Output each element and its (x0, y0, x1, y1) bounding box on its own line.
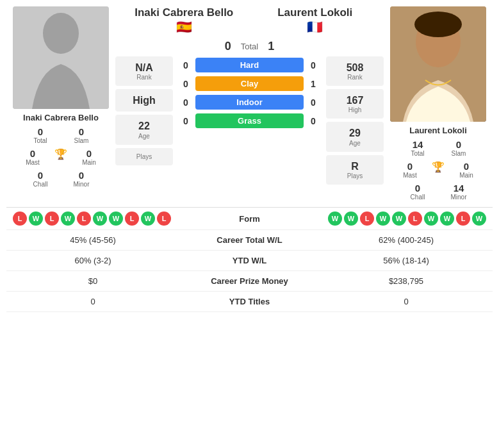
trophy-icon-right: 🏆 (432, 161, 445, 179)
grass-badge: Grass (195, 113, 304, 128)
player1-main-lbl: Main (82, 159, 96, 166)
player1-trophy-stats: 0 Mast 🏆 0 Main (6, 148, 115, 166)
player2-trophy-stats: 0 Mast 🏆 0 Main (384, 161, 493, 179)
name-headers: Inaki Cabrera Bello 🇪🇸 Laurent Lokoli 🇫🇷 (115, 6, 384, 35)
grass-score-left: 0 (179, 116, 192, 126)
clay-score-left: 0 (179, 79, 192, 89)
indoor-score-left: 0 (179, 97, 192, 108)
player2-header: Laurent Lokoli 🇫🇷 (250, 6, 381, 35)
form-badge-p1: L (77, 212, 91, 226)
player2-stats: 14 Total 0 Slam (384, 139, 493, 157)
trophy-icon-left: 🏆 (54, 148, 67, 166)
stat-center-label: YTD Titles (173, 297, 326, 306)
player1-age-lbl: Age (117, 133, 172, 140)
player1-high-val: High (117, 94, 172, 106)
form-badge-p2: W (376, 212, 390, 226)
hard-score-left: 0 (179, 60, 192, 71)
player1-main-val: 0 (86, 148, 92, 159)
player1-flag: 🇪🇸 (176, 19, 192, 35)
surface-scores: 0 Hard 0 0 Clay 1 0 Indoor 0 (179, 56, 320, 185)
player2-plays-card: R Plays (326, 155, 384, 185)
player2-photo (390, 6, 486, 122)
player1-photo (13, 6, 109, 109)
player2-total-lbl: Total (411, 150, 424, 157)
stat-row: 45% (45-56)Career Total W/L62% (400-245) (6, 230, 493, 251)
player1-slam-box: 0 Slam (62, 126, 101, 144)
player1-total-lbl: Total (33, 137, 47, 144)
player1-rank-card: N/A Rank (115, 56, 173, 86)
player2-rank-card: 508 Rank (326, 56, 384, 86)
player1-chall-lbl: Chall (33, 181, 48, 188)
form-badge-p2: L (360, 212, 374, 226)
player2-main-box: 0 Main (447, 161, 486, 179)
form-badge-p1: L (157, 212, 171, 226)
form-badge-p2: W (424, 212, 438, 226)
form-badge-p1: L (13, 212, 27, 226)
player2-plays-lbl: Plays (327, 172, 382, 179)
player1-chall-val: 0 (38, 170, 43, 181)
player1-rank-lbl: Rank (117, 74, 172, 81)
player2-header-name: Laurent Lokoli (277, 6, 352, 19)
player2-slam-box: 0 Slam (439, 139, 478, 157)
player2-chall-val: 0 (415, 183, 420, 194)
total-label: Total (241, 42, 258, 51)
player2-age-card: 29 Age (326, 122, 384, 151)
svg-point-5 (414, 12, 462, 37)
player2-mast-lbl: Mast (403, 172, 417, 179)
player1-mast-box: 0 Mast (13, 148, 52, 166)
stat-left-value: $0 (13, 276, 173, 286)
player1-silhouette (13, 6, 109, 109)
player1-total-box: 0 Total (21, 126, 60, 144)
player1-panel: Inaki Cabrera Bello 0 Total 0 Slam 0 Mas… (6, 6, 115, 201)
player1-age-card: 22 Age (115, 115, 173, 144)
form-badge-p2: W (344, 212, 358, 226)
stat-left-value: 60% (3-2) (13, 256, 173, 265)
form-label: Form (173, 214, 326, 224)
total-row: 0 Total 1 (115, 40, 384, 53)
clay-score-right: 1 (307, 79, 320, 89)
stat-row: $0Career Prize Money$238,795 (6, 271, 493, 292)
player2-mid-stats: 508 Rank 167 High 29 Age R Plays (326, 56, 384, 185)
player2-total-box: 14 Total (398, 139, 437, 157)
grass-score-right: 0 (307, 116, 320, 126)
form-badge-p2: W (392, 212, 406, 226)
form-badge-p2: L (408, 212, 422, 226)
stat-right-value: 0 (326, 297, 486, 306)
player2-mast-val: 0 (407, 161, 413, 172)
player1-plays-card: Plays (115, 148, 173, 165)
surface-and-stats: N/A Rank High 22 Age Plays (115, 56, 384, 185)
stat-center-label: Career Total W/L (173, 235, 326, 245)
player2-chall-lbl: Chall (411, 194, 425, 201)
form-badge-p2: L (456, 212, 470, 226)
player2-main-lbl: Main (459, 172, 473, 179)
form-badge-p1: L (125, 212, 139, 226)
player2-high-lbl: High (327, 106, 382, 113)
player2-slam-val: 0 (456, 139, 461, 150)
surface-clay-row: 0 Clay 1 (179, 76, 320, 91)
surface-hard-row: 0 Hard 0 (179, 58, 320, 72)
stat-row: 0YTD Titles0 (6, 292, 493, 312)
middle-panel: Inaki Cabrera Bello 🇪🇸 Laurent Lokoli 🇫🇷… (115, 6, 384, 201)
player1-mast-lbl: Mast (26, 159, 40, 166)
player1-slam-val: 0 (79, 126, 84, 137)
top-section: Inaki Cabrera Bello 0 Total 0 Slam 0 Mas… (6, 6, 493, 201)
stat-right-value: 62% (400-245) (326, 235, 486, 245)
player1-total-val: 0 (38, 126, 43, 137)
player2-total-val: 14 (413, 139, 423, 150)
stat-row: 60% (3-2)YTD W/L56% (18-14) (6, 251, 493, 271)
player1-age-val: 22 (117, 120, 172, 132)
player2-rank-lbl: Rank (327, 74, 382, 81)
player2-high-card: 167 High (326, 89, 384, 119)
player2-chall-box: 0 Chall (398, 183, 437, 201)
player1-minor-val: 0 (79, 170, 84, 181)
player2-age-val: 29 (327, 127, 382, 139)
surface-grass-row: 0 Grass 0 (179, 113, 320, 128)
svg-point-1 (43, 13, 79, 54)
player2-high-val: 167 (327, 94, 382, 106)
player2-flag: 🇫🇷 (307, 19, 323, 35)
form-badge-p1: W (93, 212, 107, 226)
player2-plays-val: R (327, 160, 382, 172)
form-badge-p1: W (61, 212, 75, 226)
total-score-left: 0 (225, 40, 231, 53)
player2-minor-lbl: Minor (450, 194, 466, 201)
